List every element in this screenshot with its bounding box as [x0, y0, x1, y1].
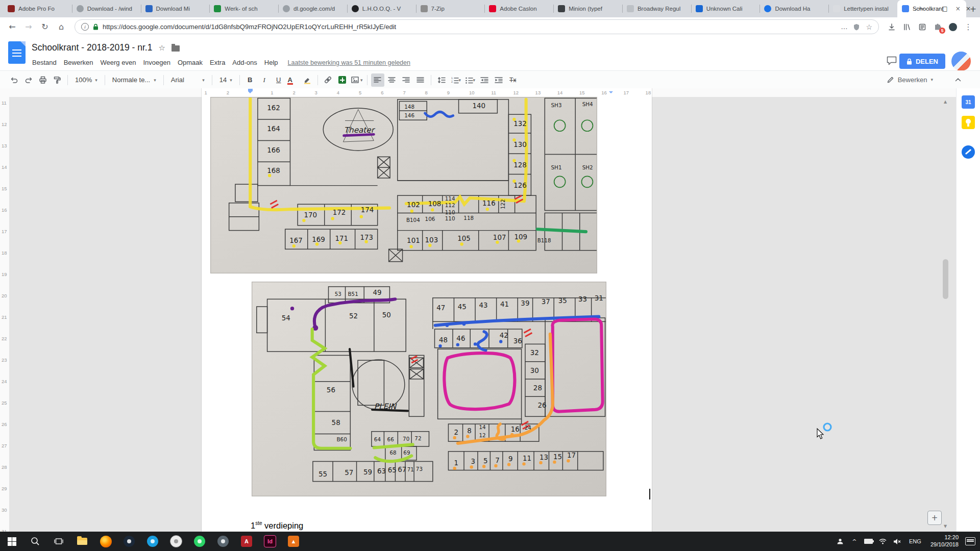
dark-app-icon[interactable] [117, 532, 141, 551]
omnibox[interactable]: i https://docs.google.com/document/d/1dG… [75, 19, 879, 34]
menu-invoegen[interactable]: Invoegen [139, 58, 174, 67]
home-button[interactable]: ⌂ [54, 20, 68, 34]
browser-tab[interactable]: Adobe Pro Fo [3, 0, 72, 17]
browser-tab[interactable]: dl.google.com/d [278, 0, 347, 17]
indent-button[interactable] [492, 73, 505, 87]
browser-tab[interactable]: Download - /wind [72, 0, 141, 17]
task-view-button[interactable] [47, 532, 70, 551]
outdent-button[interactable] [478, 73, 491, 87]
print-button[interactable] [36, 73, 50, 87]
browser-tab[interactable]: Download Mi [141, 0, 210, 17]
left-indent-marker[interactable] [248, 89, 253, 91]
shield-icon[interactable] [853, 23, 860, 31]
people-tray-icon[interactable] [834, 532, 847, 551]
network-icon[interactable] [876, 532, 890, 551]
insert-link-button[interactable] [322, 73, 335, 87]
align-justify-button[interactable] [414, 73, 427, 87]
menu-bestand[interactable]: Bestand [29, 58, 60, 67]
blue-app-icon[interactable] [141, 532, 164, 551]
browser-tab[interactable]: L.H.O.O.Q. - V [347, 0, 416, 17]
adblock-action-icon[interactable] [946, 20, 960, 34]
zoom-select[interactable]: 100%▾ [71, 73, 102, 87]
browser-tab[interactable]: Adobe Caslon [484, 0, 553, 17]
page-info-icon[interactable]: i [81, 23, 89, 31]
scroll-up-arrow[interactable]: ▲ [942, 98, 949, 105]
start-button[interactable] [0, 532, 23, 551]
library-action-icon[interactable] [900, 20, 914, 34]
document-title[interactable]: Schoolkrant - 2018-2019 - nr.1 [32, 42, 152, 53]
align-right-button[interactable] [400, 73, 413, 87]
align-left-button[interactable] [371, 73, 384, 87]
font-select[interactable]: Arial▾ [167, 73, 209, 87]
paragraph-style-select[interactable]: Normale te...▾ [108, 73, 160, 87]
reading-list-action-icon[interactable] [916, 20, 929, 34]
language-indicator[interactable]: ENG [905, 532, 925, 551]
mode-selector[interactable]: Bewerken ▾ [887, 73, 933, 86]
browser-tab[interactable]: Minion (typef [553, 0, 622, 17]
share-button[interactable]: DELEN [899, 54, 945, 69]
floorplan-image-1[interactable]: 162164166168Theater148146140132130128126… [210, 97, 597, 273]
comments-button[interactable] [886, 56, 897, 68]
menu-help[interactable]: Help [261, 58, 282, 67]
action-center-icon[interactable] [964, 532, 977, 551]
menu-addons[interactable]: Add-ons [229, 58, 260, 67]
browser-tab[interactable]: Unknown Cali [691, 0, 760, 17]
maximize-button[interactable]: □ [933, 0, 957, 17]
bookmark-star-icon[interactable]: ☆ [866, 23, 872, 31]
browser-tab[interactable]: Lettertypen instal [828, 0, 897, 17]
indesign-icon[interactable]: Id [258, 532, 282, 551]
last-edit-link[interactable]: Laatste bewerking was 51 minuten geleden [288, 59, 410, 66]
align-center-button[interactable] [385, 73, 399, 87]
right-indent-marker[interactable] [609, 91, 613, 95]
file-explorer-icon[interactable] [70, 532, 94, 551]
camera-app-icon[interactable] [211, 532, 235, 551]
numbered-list-button[interactable]: 1.2. ▾ [449, 73, 462, 87]
forward-button[interactable]: → [21, 20, 36, 34]
scrollbar-thumb[interactable] [943, 259, 948, 299]
browser-tab[interactable]: Werk- of sch [209, 0, 278, 17]
insert-comment-button[interactable] [336, 73, 349, 87]
taskbar-clock[interactable]: 12:20 29/10/2018 [926, 534, 963, 548]
volume-muted-icon[interactable] [891, 532, 904, 551]
menu-extra[interactable]: Extra [206, 58, 229, 67]
reload-button[interactable]: ↻ [38, 20, 52, 34]
scroll-down-arrow[interactable]: ▼ [942, 522, 949, 530]
font-size-select[interactable]: 14▾ [215, 73, 236, 87]
bold-button[interactable]: B [243, 73, 257, 87]
menu-opmaak[interactable]: Opmaak [174, 58, 206, 67]
battery-icon[interactable] [862, 532, 875, 551]
clear-formatting-button[interactable]: Tx [506, 73, 520, 87]
url-text[interactable]: https://docs.google.com/document/d/1dG8n… [103, 23, 837, 31]
chrome-menu-icon[interactable]: ⋮ [962, 20, 975, 34]
floorplan-image-2[interactable]: 53B5149545250474543413937353331484642363… [252, 282, 606, 496]
menu-bewerken[interactable]: Bewerken [60, 58, 97, 67]
omnibox-ellipsis-icon[interactable]: … [841, 23, 847, 31]
calendar-icon[interactable]: 31 [962, 95, 975, 109]
extension-action-icon[interactable]: 5 [931, 20, 944, 34]
download-action-icon[interactable] [885, 20, 898, 34]
document-page[interactable]: 162164166168Theater148146140132130128126… [201, 97, 652, 532]
paint-format-button[interactable] [51, 73, 64, 87]
bulleted-list-button[interactable]: ▾ [463, 73, 477, 87]
close-button[interactable]: × [957, 0, 980, 17]
document-canvas[interactable]: 162164166168Theater148146140132130128126… [9, 97, 957, 532]
highlight-color-button[interactable] [301, 73, 314, 87]
white-app-icon[interactable] [164, 532, 188, 551]
underline-button[interactable]: U [272, 73, 285, 87]
firefox-icon[interactable] [94, 532, 117, 551]
minimize-button[interactable]: — [910, 0, 933, 17]
browser-tab[interactable]: 7-Zip [416, 0, 485, 17]
google-docs-icon[interactable] [8, 41, 26, 64]
adobe-acrobat-icon[interactable]: A [235, 532, 258, 551]
search-button[interactable] [23, 532, 47, 551]
text-color-button[interactable]: A [286, 73, 300, 87]
browser-tab[interactable]: Download Ha [760, 0, 828, 17]
orange-app-icon[interactable]: ▲ [282, 532, 305, 551]
account-avatar[interactable] [951, 52, 971, 71]
hidden-icons-chevron[interactable]: ^ [848, 532, 861, 551]
menu-weergeven[interactable]: Weerg even [97, 58, 140, 67]
star-document-icon[interactable]: ☆ [158, 43, 165, 53]
caption-text[interactable]: 1ste verdieping [251, 520, 303, 531]
explore-button[interactable]: + [927, 511, 942, 525]
keep-icon[interactable] [962, 116, 975, 129]
